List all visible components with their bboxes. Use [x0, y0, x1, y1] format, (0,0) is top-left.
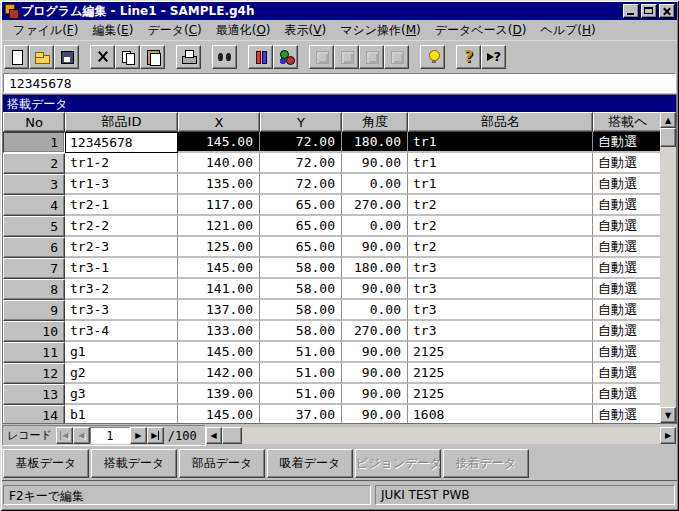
cell-y[interactable]: 37.00 [260, 405, 342, 423]
save-file-button[interactable] [54, 45, 79, 69]
row-header[interactable]: 12 [3, 363, 65, 384]
cell-y[interactable]: 72.00 [260, 153, 342, 174]
cell-part_id[interactable]: tr2-2 [65, 216, 178, 237]
cell-angle[interactable]: 0.00 [342, 174, 408, 195]
horizontal-scroll-track[interactable] [242, 427, 660, 444]
column-header-angle[interactable]: 角度 [342, 112, 408, 132]
horizontal-scrollbar[interactable]: ◀ ▶ [206, 427, 676, 444]
row-header[interactable]: 3 [3, 174, 65, 195]
tip-button[interactable] [420, 45, 445, 69]
cell-y[interactable]: 72.00 [260, 174, 342, 195]
close-button[interactable] [659, 4, 675, 18]
cell-head[interactable]: 自動選 [593, 405, 662, 423]
cell-part_id[interactable]: g1 [65, 342, 178, 363]
cell-head[interactable]: 自動選 [593, 342, 662, 363]
tab-mount-data[interactable]: 搭載データ [91, 449, 177, 478]
cell-y[interactable]: 58.00 [260, 258, 342, 279]
row-header[interactable]: 11 [3, 342, 65, 363]
tab-board-data[interactable]: 基板データ [3, 449, 89, 478]
cell-x[interactable]: 137.00 [178, 300, 260, 321]
cut-button[interactable] [90, 45, 115, 69]
scroll-up-icon[interactable]: ▲ [660, 112, 676, 128]
cell-part_name[interactable]: 2125 [408, 342, 593, 363]
tab-pickup-data[interactable]: 吸着データ [267, 449, 353, 478]
table-row[interactable]: 2tr1-2140.0072.0090.00tr1自動選 [3, 153, 662, 174]
cell-head[interactable]: 自動選 [593, 216, 662, 237]
menu-item-machine[interactable]: マシン操作(M) [333, 20, 428, 41]
part-colors-button[interactable] [273, 45, 298, 69]
cell-part_id[interactable]: b1 [65, 405, 178, 423]
table-row[interactable]: 6tr2-3125.0065.0090.00tr2自動選 [3, 237, 662, 258]
scroll-left-icon[interactable]: ◀ [206, 427, 222, 444]
row-header[interactable]: 14 [3, 405, 65, 423]
cell-x[interactable]: 133.00 [178, 321, 260, 342]
horizontal-scroll-thumb[interactable] [222, 427, 242, 444]
cell-angle[interactable]: 90.00 [342, 279, 408, 300]
table-row[interactable]: 5tr2-2121.0065.000.00tr2自動選 [3, 216, 662, 237]
row-header[interactable]: 1 [3, 132, 65, 153]
cell-part_name[interactable]: tr1 [408, 132, 593, 153]
new-file-button[interactable] [4, 45, 29, 69]
cell-y[interactable]: 58.00 [260, 300, 342, 321]
minimize-button[interactable] [623, 4, 639, 18]
cell-x[interactable]: 121.00 [178, 216, 260, 237]
cell-x[interactable]: 145.00 [178, 132, 260, 153]
menu-item-view[interactable]: 表示(V) [278, 20, 334, 41]
cell-part_name[interactable]: tr1 [408, 153, 593, 174]
cell-head[interactable]: 自動選 [593, 132, 662, 153]
cell-y[interactable]: 51.00 [260, 384, 342, 405]
cell-head[interactable]: 自動選 [593, 300, 662, 321]
cell-angle[interactable]: 90.00 [342, 153, 408, 174]
cell-y[interactable]: 72.00 [260, 132, 342, 153]
row-header[interactable]: 8 [3, 279, 65, 300]
scroll-down-icon[interactable]: ▼ [660, 407, 676, 423]
table-row[interactable]: 3tr1-3135.0072.000.00tr1自動選 [3, 174, 662, 195]
cell-head[interactable]: 自動選 [593, 384, 662, 405]
cell-head[interactable]: 自動選 [593, 363, 662, 384]
cell-part_id[interactable]: tr1-3 [65, 174, 178, 195]
cell-part_name[interactable]: tr3 [408, 300, 593, 321]
cell-angle[interactable]: 90.00 [342, 384, 408, 405]
cell-part_name[interactable]: tr2 [408, 216, 593, 237]
cell-x[interactable]: 139.00 [178, 384, 260, 405]
copy-button[interactable] [115, 45, 140, 69]
menu-item-edit[interactable]: 編集(E) [85, 20, 140, 41]
menu-item-optimize[interactable]: 最適化(O) [209, 20, 278, 41]
cell-head[interactable]: 自動選 [593, 237, 662, 258]
machine-tools-button[interactable] [248, 45, 273, 69]
cell-angle[interactable]: 0.00 [342, 300, 408, 321]
cell-part_id[interactable]: g3 [65, 384, 178, 405]
row-header[interactable]: 4 [3, 195, 65, 216]
menu-item-database[interactable]: データベース(D) [428, 20, 534, 41]
cell-part_id[interactable]: tr3-3 [65, 300, 178, 321]
cell-part_name[interactable]: tr2 [408, 237, 593, 258]
table-row[interactable]: 13g3139.0051.0090.002125自動選 [3, 384, 662, 405]
menu-item-file[interactable]: ファイル(F) [6, 20, 85, 41]
cell-head[interactable]: 自動選 [593, 258, 662, 279]
context-help-button[interactable] [481, 45, 506, 69]
column-header-no[interactable]: No [3, 112, 65, 132]
cell-head[interactable]: 自動選 [593, 174, 662, 195]
cell-x[interactable]: 125.00 [178, 237, 260, 258]
cell-x[interactable]: 145.00 [178, 342, 260, 363]
cell-part_id[interactable]: tr1-2 [65, 153, 178, 174]
row-header[interactable]: 2 [3, 153, 65, 174]
row-header[interactable]: 7 [3, 258, 65, 279]
title-bar[interactable]: プログラム編集 - Line1 - SAMPLE.g4h [2, 2, 677, 20]
vertical-scroll-track[interactable] [660, 147, 676, 407]
cell-x[interactable]: 140.00 [178, 153, 260, 174]
table-row[interactable]: 10tr3-4133.0058.00270.00tr3自動選 [3, 321, 662, 342]
cell-angle[interactable]: 90.00 [342, 405, 408, 423]
record-last-button[interactable]: ▶ [147, 427, 164, 444]
cell-x[interactable]: 145.00 [178, 405, 260, 423]
column-header-part_name[interactable]: 部品名 [408, 112, 593, 132]
vertical-scroll-thumb[interactable] [660, 128, 676, 147]
cell-head[interactable]: 自動選 [593, 321, 662, 342]
table-row[interactable]: 9tr3-3137.0058.000.00tr3自動選 [3, 300, 662, 321]
cell-part_id[interactable]: tr2-3 [65, 237, 178, 258]
cell-part_name[interactable]: 2125 [408, 384, 593, 405]
cell-angle[interactable]: 180.00 [342, 258, 408, 279]
cell-part_name[interactable]: tr3 [408, 258, 593, 279]
row-header[interactable]: 6 [3, 237, 65, 258]
table-row[interactable]: 8tr3-2141.0058.0090.00tr3自動選 [3, 279, 662, 300]
